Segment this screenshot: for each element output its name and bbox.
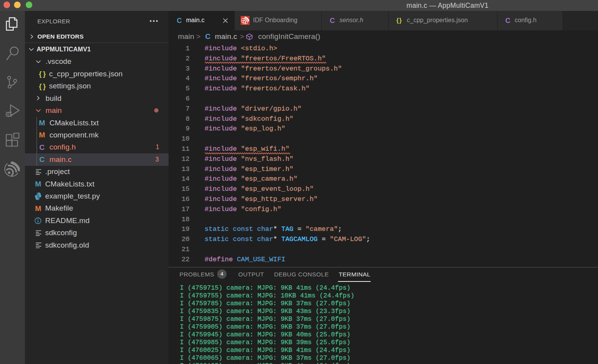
svg-text:M: M xyxy=(35,180,41,188)
svg-text:M: M xyxy=(35,204,41,213)
svg-text:{ }: { } xyxy=(39,70,46,78)
svg-text:{ }: { } xyxy=(39,83,46,90)
svg-text:M: M xyxy=(39,131,45,139)
svg-text:C: C xyxy=(39,143,45,151)
svg-text:M: M xyxy=(39,119,45,127)
svg-text:C: C xyxy=(39,155,45,164)
